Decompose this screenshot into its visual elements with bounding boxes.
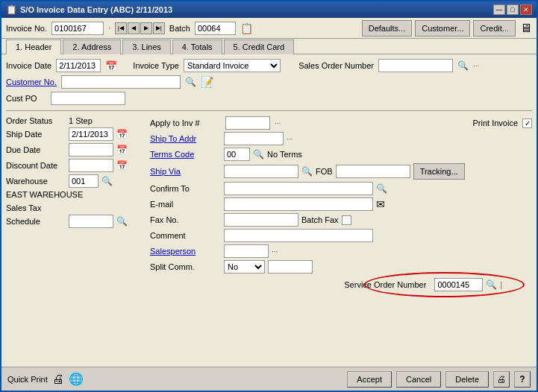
maximize-button[interactable]: □ (507, 4, 519, 15)
close-button[interactable]: ✕ (520, 4, 532, 15)
split-comm-input[interactable] (268, 260, 313, 274)
right-panel: Apply to Inv # ··· Print Invoice Ship To… (150, 116, 532, 362)
nav-next-button[interactable]: ▶ (140, 22, 152, 34)
defaults-button[interactable]: Defaults... (362, 20, 413, 37)
terms-code-input[interactable] (224, 148, 250, 161)
nav-prev-button[interactable]: ◀ (128, 22, 140, 34)
ship-to-link[interactable]: Ship To Addr (150, 134, 221, 143)
accept-button[interactable]: Accept (347, 371, 392, 388)
batch-fax-checkbox[interactable] (342, 215, 351, 225)
apply-inv-input[interactable] (225, 116, 270, 130)
service-order-input[interactable] (434, 278, 483, 291)
cancel-button[interactable]: Cancel (396, 371, 441, 388)
ship-date-label: Ship Date (6, 130, 66, 139)
batch-icon[interactable]: 📋 (240, 22, 253, 34)
sales-tax-label: Sales Tax (6, 203, 66, 212)
tab-address[interactable]: 2. Address (63, 39, 121, 54)
ship-via-search-icon[interactable]: 🔍 (301, 166, 313, 177)
terms-code-link[interactable]: Terms Code (150, 150, 221, 159)
fob-input[interactable] (336, 165, 410, 178)
credit-button[interactable]: Credit... (473, 20, 516, 37)
invoice-date-input[interactable] (56, 59, 101, 72)
discount-date-input[interactable] (69, 159, 113, 172)
confirm-to-row: Confirm To 🔍 (150, 182, 532, 195)
tab-lines[interactable]: 3. Lines (122, 39, 171, 54)
quick-print-icon[interactable]: 🖨 (52, 373, 64, 386)
due-date-calendar-icon[interactable]: 📅 (116, 145, 128, 155)
tab-credit-card[interactable]: 5. Credit Card (224, 39, 294, 54)
email-icon[interactable]: ✉ (376, 198, 385, 210)
tab-header[interactable]: 1. Header (6, 39, 61, 54)
customer-no-link[interactable]: Customer No. (6, 78, 57, 86)
schedule-row: Schedule 🔍 (6, 215, 144, 228)
content-area: Invoice Date 📅 Invoice Type Standard Inv… (1, 54, 537, 367)
sales-order-number-input[interactable] (378, 59, 453, 72)
warehouse-label: Warehouse (6, 177, 66, 186)
nav-last-button[interactable]: ▶| (153, 22, 165, 34)
warehouse-search-icon[interactable]: 🔍 (101, 176, 113, 186)
email-row: E-mail ✉ (150, 197, 532, 211)
confirm-to-input[interactable] (224, 182, 373, 195)
discount-date-calendar-icon[interactable]: 📅 (116, 160, 128, 171)
ship-to-dots: ··· (287, 135, 293, 143)
service-order-search-icon[interactable]: 🔍 (486, 279, 497, 290)
left-panel: Order Status 1 Step Ship Date 📅 Due Date… (6, 116, 144, 362)
cust-po-label: Cust PO (6, 94, 37, 103)
customer-no-row: Customer No. 🔍 📝 (6, 75, 532, 89)
schedule-search-icon[interactable]: 🔍 (116, 216, 128, 227)
salesperson-dots: ··· (272, 247, 278, 256)
customer-button[interactable]: Customer... (415, 20, 470, 37)
world-icon[interactable]: 🌐 (69, 372, 84, 386)
nav-buttons: |◀ ◀ ▶ ▶| (115, 22, 165, 34)
due-date-input[interactable] (69, 143, 113, 157)
comment-label: Comment (150, 231, 221, 240)
print-invoice-row: Print Invoice (472, 118, 532, 128)
salesperson-link[interactable]: Salesperson (150, 247, 221, 256)
calendar-icon[interactable]: 📅 (105, 60, 117, 72)
invoice-type-select[interactable]: Standard Invoice (184, 59, 281, 72)
confirm-to-label: Confirm To (150, 184, 221, 193)
email-input[interactable] (224, 197, 373, 211)
salesperson-row: Salesperson ··· (150, 244, 532, 258)
warehouse-name-row: EAST WAREHOUSE (6, 190, 144, 199)
minimize-button[interactable]: — (493, 4, 505, 15)
sales-order-dots: ··· (473, 62, 479, 70)
service-order-container: Service Order Number 🔍 | (150, 278, 532, 291)
sales-order-number-label: Sales Order Number (298, 61, 374, 70)
service-order-dots: | (500, 281, 502, 289)
printer-button[interactable]: 🖨 (493, 371, 510, 388)
batch-input[interactable] (195, 22, 236, 35)
tracking-button[interactable]: Tracking... (413, 163, 465, 180)
warehouse-input[interactable] (69, 174, 98, 188)
ship-date-input[interactable] (69, 127, 113, 141)
main-panels: Order Status 1 Step Ship Date 📅 Due Date… (6, 116, 532, 362)
split-comm-select[interactable]: No (224, 260, 265, 274)
ship-to-input[interactable] (224, 132, 284, 145)
salesperson-input[interactable] (224, 244, 269, 258)
service-order-label: Service Order Number (344, 280, 426, 289)
tab-totals[interactable]: 4. Totals (172, 39, 222, 54)
apply-inv-label: Apply to Inv # (150, 118, 221, 127)
invoice-date-row: Invoice Date 📅 Invoice Type Standard Inv… (6, 59, 532, 72)
ship-via-input[interactable] (224, 165, 298, 178)
bottom-right: Accept Cancel Delete 🖨 ? (347, 371, 531, 388)
sales-order-search-icon[interactable]: 🔍 (457, 60, 469, 71)
nav-first-button[interactable]: |◀ (115, 22, 127, 34)
fax-input[interactable] (224, 213, 298, 227)
customer-no-input[interactable] (61, 75, 181, 89)
customer-search-icon[interactable]: 🔍 (185, 77, 196, 87)
schedule-input[interactable] (69, 215, 113, 228)
monitor-icon: 🖥 (520, 22, 532, 35)
customer-add-icon[interactable]: 📝 (201, 76, 213, 88)
terms-search-icon[interactable]: 🔍 (253, 149, 264, 159)
print-invoice-checkbox[interactable] (522, 118, 532, 128)
main-window: 📋 S/O Invoice Data Entry (ABC) 2/11/2013… (0, 0, 538, 392)
help-button[interactable]: ? (514, 371, 531, 388)
comment-input[interactable] (224, 229, 373, 242)
delete-button[interactable]: Delete (445, 371, 489, 388)
cust-po-input[interactable] (51, 92, 125, 105)
ship-via-link[interactable]: Ship Via (150, 167, 221, 176)
invoice-no-input[interactable] (51, 22, 104, 35)
confirm-search-icon[interactable]: 🔍 (376, 183, 387, 194)
ship-date-calendar-icon[interactable]: 📅 (116, 129, 128, 139)
